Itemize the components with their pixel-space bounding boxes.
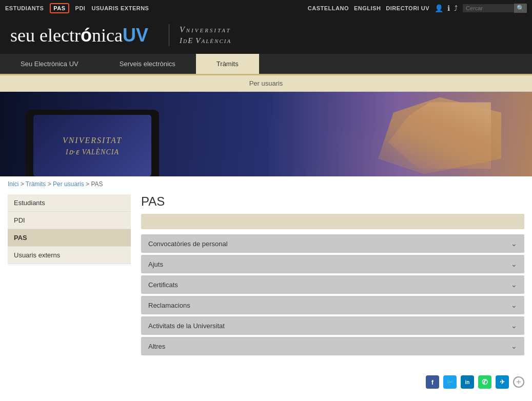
breadcrumb-sep3: >: [86, 181, 91, 188]
sidebar-item-usuaris-externs[interactable]: Usuaris externs: [8, 247, 131, 264]
tab-tramits[interactable]: Tràmits: [196, 54, 259, 74]
main-navigation: Seu Electrònica UV Serveis electrònics T…: [0, 54, 532, 75]
search-box[interactable]: 🔍: [463, 4, 527, 13]
breadcrumb-per-usuaris[interactable]: Per usuaris: [53, 181, 84, 188]
share-more-button[interactable]: +: [513, 376, 524, 388]
nav-pas[interactable]: PAS: [50, 3, 69, 13]
link-directori[interactable]: DIRECTORI UV: [386, 5, 429, 11]
accordion-header-altres[interactable]: Altres ⌄: [141, 337, 524, 355]
share-icon[interactable]: ⤴: [454, 4, 458, 12]
logo-uv-line2: IDEVALÈNCIA: [180, 35, 231, 46]
subnav-per-usuaris[interactable]: Per usuaris: [249, 79, 283, 87]
logo-uv: VNIVERSITAT IDEVALÈNCIA: [169, 24, 231, 46]
chevron-down-icon: ⌄: [511, 239, 517, 248]
lang-english[interactable]: ENGLISH: [354, 5, 381, 11]
tab-serveis[interactable]: Serveis electrònics: [99, 54, 196, 74]
chevron-down-icon: ⌄: [511, 260, 517, 268]
search-button[interactable]: 🔍: [514, 4, 527, 13]
chevron-down-icon: ⌄: [511, 322, 517, 330]
breadcrumb-pas: PAS: [91, 181, 103, 188]
hero-tablet: VNIVERSITAT Iᴅ·ᴇ VALÈNCIA: [26, 110, 159, 176]
accordion-item-altres: Altres ⌄: [141, 337, 524, 355]
sidebar-item-estudiants[interactable]: Estudiants: [8, 194, 131, 212]
breadcrumb-inici[interactable]: Inici: [8, 181, 18, 188]
accordion-label-convocatories: Convocatòries de personal: [148, 240, 228, 248]
logo-seu-text: seu electrónica: [10, 25, 123, 46]
breadcrumb: Inici > Tràmits > Per usuaris > PAS: [0, 176, 532, 192]
nav-usuaris-externs[interactable]: USUARIS EXTERNS: [91, 5, 149, 11]
chevron-down-icon: ⌄: [511, 301, 517, 309]
accordion-item-ajuts: Ajuts ⌄: [141, 255, 524, 273]
twitter-icon[interactable]: 🐦: [443, 375, 457, 389]
title-bar-decoration: [141, 214, 524, 229]
hero-tablet-screen: VNIVERSITAT Iᴅ·ᴇ VALÈNCIA: [33, 115, 151, 176]
sidebar-item-pdi[interactable]: PDI: [8, 212, 131, 229]
accordion-header-convocatories[interactable]: Convocatòries de personal ⌄: [141, 234, 524, 253]
tab-seu[interactable]: Seu Electrònica UV: [0, 54, 99, 74]
accordion-label-ajuts: Ajuts: [148, 260, 163, 268]
nav-pdi[interactable]: PDI: [75, 5, 86, 11]
hero-image: VNIVERSITAT Iᴅ·ᴇ VALÈNCIA: [0, 92, 532, 176]
info-icon[interactable]: ℹ: [447, 4, 450, 12]
breadcrumb-sep2: >: [48, 181, 53, 188]
accordion-item-convocatories: Convocatòries de personal ⌄: [141, 234, 524, 253]
sidebar: Estudiants PDI PAS Usuaris externs: [8, 194, 131, 357]
accordion-item-activitats: Activitats de la Universitat ⌄: [141, 316, 524, 335]
accordion-label-activitats: Activitats de la Universitat: [148, 322, 225, 330]
accordion-label-altres: Altres: [148, 343, 165, 350]
accordion-list: Convocatòries de personal ⌄ Ajuts ⌄ Cert…: [141, 234, 524, 355]
accordion-label-reclamacions: Reclamacions: [148, 302, 190, 309]
sidebar-item-pas[interactable]: PAS: [8, 229, 131, 247]
breadcrumb-sep1: >: [21, 181, 26, 188]
top-nav-left: ESTUDIANTS PAS PDI USUARIS EXTERNS: [5, 3, 149, 13]
whatsapp-icon[interactable]: ✆: [478, 375, 491, 389]
facebook-icon[interactable]: f: [426, 375, 439, 389]
user-icon[interactable]: 👤: [435, 4, 443, 12]
accordion-item-certificats: Certificats ⌄: [141, 275, 524, 294]
accordion-label-certificats: Certificats: [148, 281, 178, 289]
lang-castellano[interactable]: CASTELLANO: [308, 5, 349, 11]
top-nav-right: CASTELLANO ENGLISH DIRECTORI UV 👤 ℹ ⤴ 🔍: [308, 4, 527, 13]
main-content: PAS Convocatòries de personal ⌄ Ajuts ⌄ …: [141, 194, 524, 357]
logo-seu: seu electrónicaUV: [10, 25, 148, 46]
content-area: Estudiants PDI PAS Usuaris externs PAS C…: [0, 192, 532, 368]
accordion-header-certificats[interactable]: Certificats ⌄: [141, 275, 524, 294]
accordion-item-reclamacions: Reclamacions ⌄: [141, 296, 524, 314]
logo-uv-line1: VNIVERSITAT: [180, 24, 231, 35]
linkedin-icon[interactable]: in: [461, 375, 474, 389]
nav-estudiants[interactable]: ESTUDIANTS: [5, 5, 44, 11]
breadcrumb-tramits[interactable]: Tràmits: [26, 181, 46, 188]
top-navigation: ESTUDIANTS PAS PDI USUARIS EXTERNS CASTE…: [0, 0, 532, 16]
site-header: seu electrónicaUV VNIVERSITAT IDEVALÈNCI…: [0, 16, 532, 54]
sub-navigation: Per usuaris: [0, 75, 532, 92]
page-title: PAS: [141, 194, 524, 209]
search-input[interactable]: [463, 4, 514, 12]
accordion-header-ajuts[interactable]: Ajuts ⌄: [141, 255, 524, 273]
telegram-icon[interactable]: ✈: [496, 375, 509, 389]
top-nav-icons: 👤 ℹ ⤴: [435, 4, 458, 12]
chevron-down-icon: ⌄: [511, 280, 517, 289]
accordion-header-reclamacions[interactable]: Reclamacions ⌄: [141, 296, 524, 314]
accordion-header-activitats[interactable]: Activitats de la Universitat ⌄: [141, 316, 524, 335]
chevron-down-icon: ⌄: [511, 342, 517, 350]
social-footer: f 🐦 in ✆ ✈ +: [0, 368, 532, 394]
